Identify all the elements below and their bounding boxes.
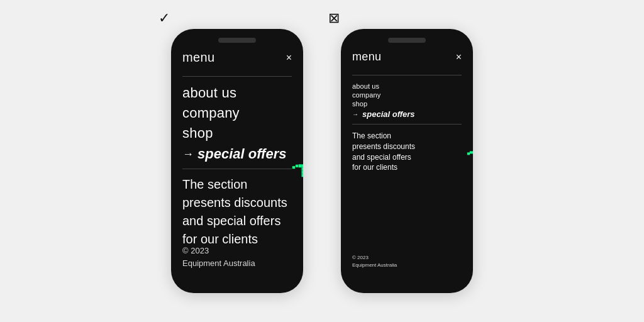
menu-divider-top-left [182,76,292,77]
nav-item-company-left[interactable]: company [182,103,292,123]
nav-item-about-left[interactable]: about us [182,83,292,103]
section-divider-right [352,124,462,125]
phone-left-wrapper: ✓ menu × about us company shop → special… [171,29,303,293]
special-arrow-left: → [182,148,194,161]
svg-rect-0 [292,166,296,169]
special-label-left: special offers [197,146,286,162]
phone-right: menu × about us company shop → special o… [341,29,473,293]
nav-item-special-left[interactable]: → special offers [182,143,292,165]
phone-notch-right [388,38,426,43]
phone-right-wrapper: ⊠ menu × about us company shop → special… [341,29,473,293]
svg-rect-6 [302,174,304,177]
copyright-left: © 2023Equipment Australia [182,245,255,269]
special-label-right: special offers [362,109,415,119]
svg-rect-22 [467,152,470,155]
phone-notch-left [218,38,256,43]
svg-rect-5 [302,170,304,174]
svg-rect-1 [296,164,299,167]
special-arrow-right: → [352,111,358,118]
svg-rect-23 [470,151,472,153]
svg-rect-4 [302,167,304,170]
menu-items-right: about us company shop → special offers [352,82,462,120]
cursor-icon-right [467,147,473,174]
svg-rect-3 [302,164,304,167]
phone-left: menu × about us company shop → special o… [171,29,303,293]
x-box-icon: ⊠ [328,10,340,26]
close-button-left[interactable]: × [286,52,292,64]
nav-item-special-right[interactable]: → special offers [352,108,462,120]
nav-item-about-right[interactable]: about us [352,82,462,91]
menu-header-right: menu × [352,50,462,64]
svg-rect-2 [299,164,302,167]
svg-rect-24 [472,151,473,153]
phone-content-right: menu × about us company shop → special o… [341,50,473,283]
section-text-left: The sectionpresents discountsand special… [182,175,292,248]
nav-item-shop-right[interactable]: shop [352,99,462,108]
menu-items-left: about us company shop → special offers [182,83,292,165]
cursor-icon-left [291,157,303,191]
nav-item-shop-left[interactable]: shop [182,123,292,143]
menu-divider-top-right [352,75,462,75]
copyright-right: © 2023Equipment Australia [352,254,397,269]
menu-title-left: menu [182,50,215,65]
phone-content-left: menu × about us company shop → special o… [171,50,303,283]
check-icon: ✓ [158,10,170,26]
section-divider-left [182,169,292,169]
menu-title-right: menu [352,50,381,64]
nav-item-company-right[interactable]: company [352,91,462,99]
close-button-right[interactable]: × [456,52,462,63]
section-text-right: The sectionpresents discountsand special… [352,131,462,173]
menu-header-left: menu × [182,50,292,65]
